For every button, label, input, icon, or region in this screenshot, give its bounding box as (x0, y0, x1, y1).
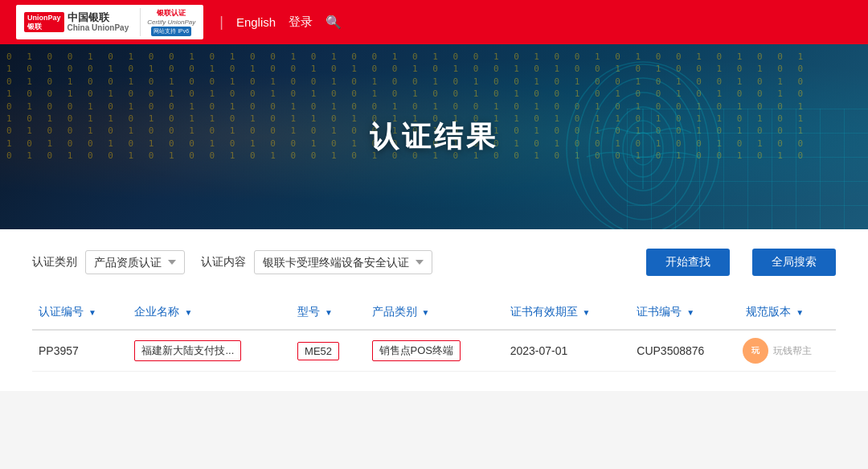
nav-english[interactable]: English (236, 15, 276, 29)
table-header-row: 认证编号 ▼ 企业名称 ▼ 型号 ▼ 产品类别 ▼ (32, 295, 836, 330)
nav-login[interactable]: 登录 (289, 14, 313, 30)
cert-content-label: 认证内容 (201, 255, 246, 269)
sort-arrow-icon: ▼ (325, 308, 333, 317)
product-type-outlined[interactable]: 销售点POS终端 (372, 340, 461, 361)
site-header: UnionPay 银联 中国银联 China UnionPay 银联认证 Cer… (0, 0, 868, 44)
cell-expiry: 2023-07-01 (504, 330, 631, 372)
page-title: 认证结果 (370, 117, 498, 157)
grid-background (627, 109, 868, 229)
filter-row: 认证类别 产品资质认证 认证内容 银联卡受理终端设备安全认证 开始查找 全局搜索 (32, 249, 836, 276)
col-company[interactable]: 企业名称 ▼ (128, 295, 291, 330)
company-outlined[interactable]: 福建新大陆支付技... (134, 340, 241, 361)
sort-arrow-icon: ▼ (421, 308, 429, 317)
col-cert-no[interactable]: 认证编号 ▼ (32, 295, 128, 330)
sort-arrow-icon: ▼ (583, 308, 591, 317)
main-content: 认证类别 产品资质认证 认证内容 银联卡受理终端设备安全认证 开始查找 全局搜索… (0, 229, 868, 391)
watermark: 玩 玩钱帮主 (743, 338, 812, 364)
unionpay-logo: UnionPay 银联 中国银联 China UnionPay (24, 11, 129, 34)
nav-divider: | (219, 14, 223, 31)
cert-logo: 银联认证 Certify UnionPay 网站支持 IPv6 (140, 8, 195, 36)
col-product-type[interactable]: 产品类别 ▼ (366, 295, 504, 330)
search-button[interactable]: 开始查找 (646, 249, 730, 276)
cert-type-label: 认证类别 (32, 255, 77, 269)
global-search-button[interactable]: 全局搜索 (752, 249, 836, 276)
sort-arrow-icon: ▼ (88, 308, 96, 317)
col-expiry[interactable]: 证书有效期至 ▼ (504, 295, 631, 330)
cert-type-select[interactable]: 产品资质认证 (85, 250, 185, 274)
cell-model[interactable]: ME52 (291, 330, 366, 372)
watermark-label: 玩钱帮主 (773, 344, 812, 358)
results-table-wrapper: 认证编号 ▼ 企业名称 ▼ 型号 ▼ 产品类别 ▼ (32, 295, 836, 372)
cert-type-group: 认证类别 产品资质认证 (32, 250, 185, 274)
cell-cert-num: CUP3508876 (630, 330, 739, 372)
table-row: PP3957 福建新大陆支付技... ME52 销售点POS终端 2023-07… (32, 330, 836, 372)
header-nav: | English 登录 🔍 (219, 14, 342, 31)
sort-arrow-icon: ▼ (796, 308, 804, 317)
logo-area: UnionPay 银联 中国银联 China UnionPay 银联认证 Cer… (16, 5, 203, 39)
watermark-icon: 玩 (743, 338, 768, 364)
brand-name: 中国银联 China UnionPay (68, 11, 129, 34)
cell-company[interactable]: 福建新大陆支付技... (128, 330, 291, 372)
model-outlined[interactable]: ME52 (297, 342, 339, 360)
col-spec-ver[interactable]: 规范版本 ▼ (739, 295, 836, 330)
search-icon[interactable]: 🔍 (326, 14, 342, 30)
up-icon: UnionPay 银联 (24, 12, 64, 33)
cert-content-select[interactable]: 银联卡受理终端设备安全认证 (254, 250, 432, 274)
sort-arrow-icon: ▼ (184, 308, 192, 317)
results-table: 认证编号 ▼ 企业名称 ▼ 型号 ▼ 产品类别 ▼ (32, 295, 836, 372)
hero-banner: 0 1 0 0 1 0 1 0 0 1 0 1 0 0 1 0 1 0 0 1 … (0, 44, 868, 229)
sort-arrow-icon: ▼ (686, 308, 694, 317)
cell-cert-no: PP3957 (32, 330, 128, 372)
table-body: PP3957 福建新大陆支付技... ME52 销售点POS终端 2023-07… (32, 330, 836, 372)
col-model[interactable]: 型号 ▼ (291, 295, 366, 330)
table-header: 认证编号 ▼ 企业名称 ▼ 型号 ▼ 产品类别 ▼ (32, 295, 836, 330)
cert-content-group: 认证内容 银联卡受理终端设备安全认证 (201, 250, 432, 274)
cell-product-type[interactable]: 销售点POS终端 (366, 330, 504, 372)
col-cert-num[interactable]: 证书编号 ▼ (630, 295, 739, 330)
